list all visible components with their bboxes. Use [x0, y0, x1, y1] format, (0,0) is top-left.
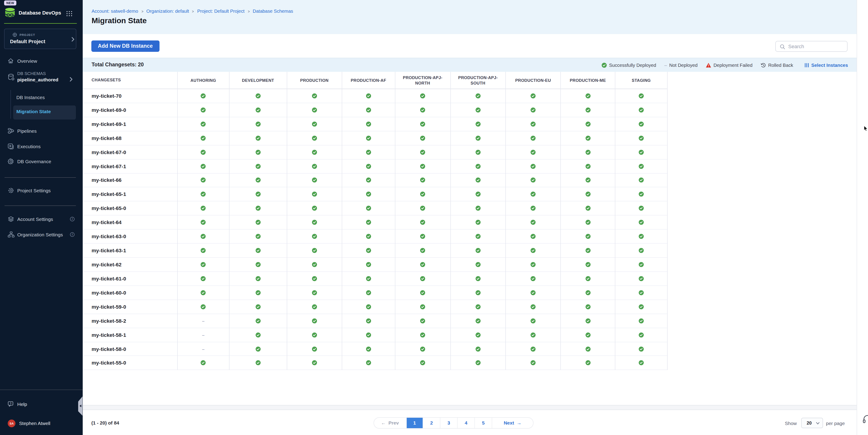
svg-text:?: ? [10, 402, 11, 405]
